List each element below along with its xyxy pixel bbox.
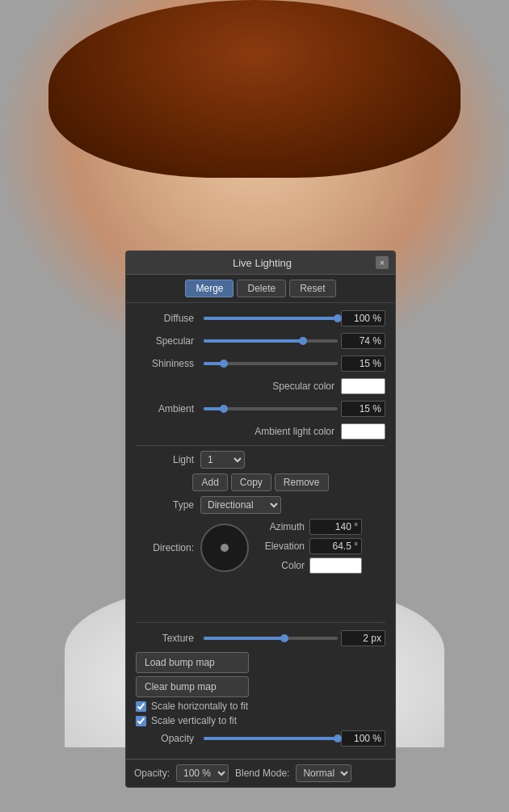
texture-slider[interactable]: [204, 637, 338, 640]
azimuth-label: Azimuth: [257, 521, 309, 532]
opacity-thumb: [334, 734, 342, 743]
merge-button[interactable]: Merge: [185, 280, 233, 297]
ambient-row: Ambient 15 %: [136, 400, 385, 418]
copy-light-button[interactable]: Copy: [231, 473, 271, 491]
specular-fill: [204, 339, 303, 343]
type-row: Type Directional: [136, 496, 385, 514]
specular-thumb: [299, 337, 307, 345]
shininess-value[interactable]: 15 %: [341, 356, 385, 372]
panel-title: Live Lighting: [149, 257, 376, 269]
shininess-slider[interactable]: [204, 362, 338, 365]
spacer: [136, 582, 385, 622]
texture-section: Texture 2 px Load bump map Clear bump ma…: [136, 622, 385, 747]
hair: [48, 0, 461, 178]
direction-dot: [221, 544, 229, 552]
elevation-value[interactable]: 64.5 °: [309, 538, 362, 554]
ambient-color-swatch[interactable]: [341, 423, 385, 440]
bottom-opacity-label: Opacity:: [134, 768, 170, 779]
specular-row: Specular 74 %: [136, 332, 385, 350]
scale-horizontal-label: Scale horizontally to fit: [151, 701, 248, 712]
scale-horizontal-row: Scale horizontally to fit: [136, 701, 385, 712]
color-row: Color: [257, 557, 385, 574]
load-bump-map-button[interactable]: Load bump map: [136, 652, 249, 673]
bottom-bar: Opacity: 100 % Blend Mode: Normal: [126, 759, 395, 787]
remove-light-button[interactable]: Remove: [275, 473, 329, 491]
diffuse-slider[interactable]: [204, 317, 338, 320]
divider-1: [136, 445, 385, 446]
light-buttons: Add Copy Remove: [136, 473, 385, 491]
opacity-label: Opacity: [136, 733, 200, 744]
specular-color-label: Specular color: [136, 381, 341, 392]
light-label: Light: [136, 454, 200, 465]
color-label: Color: [257, 560, 309, 571]
specular-color-swatch[interactable]: [341, 378, 385, 394]
ambient-thumb: [220, 405, 228, 413]
light-row: Light 1: [136, 451, 385, 469]
panel-titlebar: Live Lighting ×: [126, 251, 395, 275]
light-color-swatch[interactable]: [309, 557, 362, 574]
elevation-label: Elevation: [257, 541, 309, 552]
shininess-row: Shininess 15 %: [136, 355, 385, 372]
specular-slider[interactable]: [204, 339, 338, 343]
diffuse-label: Diffuse: [136, 313, 200, 324]
bottom-blend-label: Blend Mode:: [235, 768, 289, 779]
specular-value[interactable]: 74 %: [341, 333, 385, 349]
texture-label: Texture: [136, 633, 200, 644]
scale-vertical-checkbox[interactable]: [136, 716, 146, 726]
shininess-label: Shininess: [136, 358, 200, 369]
scale-vertical-label: Scale vertically to fit: [151, 715, 237, 726]
live-lighting-panel: Live Lighting × Merge Delete Reset Diffu…: [125, 250, 396, 788]
specular-label: Specular: [136, 335, 200, 347]
elevation-row: Elevation 64.5 °: [257, 538, 385, 554]
type-label: Type: [136, 499, 200, 511]
texture-value[interactable]: 2 px: [341, 630, 385, 646]
add-light-button[interactable]: Add: [192, 473, 227, 491]
scale-vertical-row: Scale vertically to fit: [136, 715, 385, 726]
direction-values: Azimuth 140 ° Elevation 64.5 ° Color: [257, 519, 385, 577]
light-select[interactable]: 1: [200, 451, 245, 469]
shininess-thumb: [220, 360, 228, 368]
delete-button[interactable]: Delete: [237, 280, 286, 297]
opacity-fill: [204, 737, 338, 740]
scale-horizontal-checkbox[interactable]: [136, 701, 146, 712]
clear-bump-map-button[interactable]: Clear bump map: [136, 676, 249, 697]
panel-toolbar: Merge Delete Reset: [126, 275, 395, 303]
diffuse-row: Diffuse 100 %: [136, 309, 385, 327]
diffuse-fill: [204, 317, 338, 320]
specular-color-row: Specular color: [136, 377, 385, 395]
direction-row: Direction: Azimuth 140 ° Elevation 64.5 …: [136, 519, 385, 577]
opacity-row: Opacity 100 %: [136, 730, 385, 747]
direction-wheel[interactable]: [200, 524, 249, 572]
diffuse-value[interactable]: 100 %: [341, 310, 385, 326]
texture-row: Texture 2 px: [136, 629, 385, 647]
texture-fill: [204, 637, 284, 640]
opacity-slider[interactable]: [204, 737, 338, 740]
direction-label: Direction:: [136, 542, 200, 553]
bottom-opacity-select[interactable]: 100 %: [176, 764, 229, 782]
ambient-slider[interactable]: [204, 407, 338, 410]
texture-thumb: [280, 634, 288, 642]
diffuse-thumb: [334, 314, 342, 322]
panel-content: Diffuse 100 % Specular 74 % Shininess 15…: [126, 303, 395, 759]
reset-button[interactable]: Reset: [289, 280, 335, 297]
ambient-label: Ambient: [136, 403, 200, 414]
azimuth-row: Azimuth 140 °: [257, 519, 385, 535]
ambient-value[interactable]: 15 %: [341, 401, 385, 417]
bottom-blend-select[interactable]: Normal: [296, 764, 351, 782]
azimuth-value[interactable]: 140 °: [309, 519, 362, 535]
type-select[interactable]: Directional: [200, 496, 281, 514]
ambient-color-row: Ambient light color: [136, 423, 385, 440]
close-button[interactable]: ×: [376, 256, 389, 269]
ambient-color-label: Ambient light color: [136, 426, 341, 437]
opacity-value[interactable]: 100 %: [341, 730, 385, 747]
